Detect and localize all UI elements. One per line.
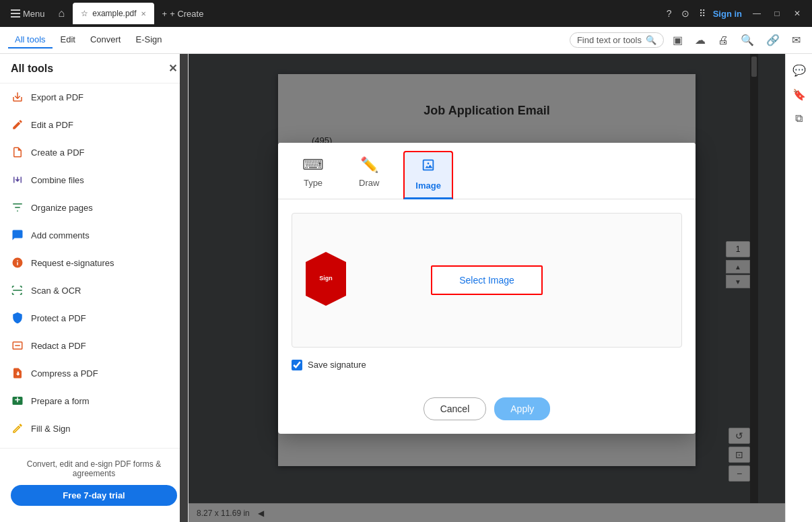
panel-bookmark-icon[interactable]: 🔖 [788, 84, 810, 105]
help-icon[interactable]: ? [665, 6, 674, 21]
sidebar-item-compress-label: Compress a PDF [31, 368, 98, 379]
sidebar-item-organize[interactable]: Organize pages [0, 194, 188, 222]
edit-icon [11, 118, 24, 131]
panel-copy-icon[interactable]: ⧉ [788, 108, 810, 129]
sidebar-item-export-label: Export a PDF [31, 92, 83, 102]
tab-edit[interactable]: Edit [54, 32, 82, 48]
organize-icon [11, 201, 24, 214]
type-tab-icon: ⌨ [302, 156, 324, 174]
sidebar-item-combine[interactable]: Combine files [0, 166, 188, 194]
sidebar-item-protect-label: Protect a PDF [31, 313, 86, 323]
modal-tabs: ⌨ Type ✏️ Draw Image [278, 143, 696, 199]
tab-esign[interactable]: E-Sign [129, 32, 168, 48]
right-panel: 💬 🔖 ⧉ [785, 54, 812, 522]
sidebar-item-export[interactable]: Export a PDF [0, 84, 188, 111]
modal-body: Sign Select Image Save signature [278, 199, 696, 387]
sidebar-item-combine-label: Combine files [31, 175, 84, 185]
signature-modal: ⌨ Type ✏️ Draw Image [278, 143, 696, 434]
create-icon [11, 145, 24, 159]
sidebar-item-prepare[interactable]: Prepare a form [0, 387, 188, 415]
sidebar-item-fill[interactable]: Fill & Sign [0, 415, 188, 443]
apply-button[interactable]: Apply [494, 397, 550, 420]
scan-icon [11, 284, 24, 297]
prepare-icon [11, 394, 24, 407]
search-icon[interactable]: ⊙ [679, 6, 691, 21]
sidebar-item-organize-label: Organize pages [31, 203, 93, 213]
minimize-button[interactable]: — [747, 4, 766, 23]
comment-icon [11, 228, 24, 242]
sidebar-title: All tools [11, 63, 53, 75]
tab-all-tools[interactable]: All tools [8, 32, 53, 48]
print-icon[interactable]: 🖨 [714, 32, 732, 48]
sidebar-item-protect[interactable]: Protect a PDF [0, 304, 188, 332]
top-bar-left: Menu ⌂ ☆ example.pdf ✕ + + Create [5, 3, 662, 24]
fill-icon [11, 422, 24, 435]
maximize-button[interactable]: □ [768, 4, 786, 23]
modal-overlay: ⌨ Type ✏️ Draw Image [189, 54, 785, 522]
modal-tab-image-label: Image [415, 181, 441, 191]
cancel-button[interactable]: Cancel [424, 397, 487, 420]
sidebar-item-request-label: Request e-signatures [31, 258, 114, 268]
sidebar-item-scan[interactable]: Scan & OCR [0, 277, 188, 304]
top-bar: Menu ⌂ ☆ example.pdf ✕ + + Create ? ⊙ ⠿ … [0, 0, 812, 27]
toolbar-right: Find text or tools 🔍 ▣ ☁ 🖨 🔍 🔗 ✉ [570, 32, 804, 48]
export-icon [11, 90, 24, 104]
modal-tab-draw[interactable]: ✏️ Draw [348, 151, 390, 199]
new-tab-button[interactable]: + + Create [156, 6, 211, 22]
find-text: Find text or tools [577, 35, 642, 45]
pdf-tab[interactable]: ☆ example.pdf ✕ [73, 3, 154, 24]
image-tab-icon [421, 158, 436, 176]
sidebar-item-redact-label: Redact a PDF [31, 341, 86, 351]
sidebar-item-edit[interactable]: Edit a PDF [0, 111, 188, 139]
sidebar-item-prepare-label: Prepare a form [31, 396, 90, 406]
close-tab-icon[interactable]: ✕ [141, 10, 146, 18]
top-bar-right: ? ⊙ ⠿ Sign in — □ ✕ [665, 4, 807, 23]
sidebar-item-compress[interactable]: Compress a PDF [0, 360, 188, 387]
tab-convert[interactable]: Convert [83, 32, 128, 48]
apps-icon[interactable]: ⠿ [697, 6, 708, 21]
window-controls: — □ ✕ [747, 4, 807, 23]
sidebar-item-create[interactable]: Create a PDF [0, 139, 188, 166]
sidebar-item-redact[interactable]: Redact a PDF [0, 332, 188, 360]
sidebar-item-fill-label: Fill & Sign [31, 424, 71, 434]
redact-icon [11, 339, 24, 352]
adobe-sign-logo: Sign [306, 252, 346, 308]
combine-icon [11, 173, 24, 187]
menu-label: Menu [23, 9, 45, 19]
view-icon[interactable]: ▣ [669, 32, 686, 48]
close-button[interactable]: ✕ [788, 4, 807, 23]
sidebar-close-button[interactable]: ✕ [168, 62, 177, 75]
sign-in-button[interactable]: Sign in [713, 9, 742, 19]
sidebar-item-edit-label: Edit a PDF [31, 120, 73, 130]
compress-icon [11, 366, 24, 380]
sidebar-header: All tools ✕ [0, 54, 188, 84]
save-signature-row: Save signature [292, 357, 682, 373]
cloud-icon[interactable]: ☁ [691, 32, 709, 48]
sidebar-footer: Convert, edit and e-sign PDF forms &agre… [0, 448, 188, 517]
sidebar-item-request[interactable]: Request e-signatures [0, 249, 188, 277]
sidebar-item-comments-label: Add comments [31, 230, 90, 240]
save-signature-checkbox[interactable] [292, 360, 302, 370]
request-icon [11, 256, 24, 269]
find-bar[interactable]: Find text or tools 🔍 [570, 32, 664, 48]
modal-tab-image[interactable]: Image [403, 151, 453, 199]
sidebar-item-create-label: Create a PDF [31, 148, 84, 158]
modal-tab-type-label: Type [304, 178, 323, 188]
draw-tab-icon: ✏️ [360, 156, 378, 174]
link-icon[interactable]: 🔗 [763, 32, 783, 48]
zoom-in-icon[interactable]: 🔍 [737, 32, 757, 48]
home-button[interactable]: ⌂ [53, 5, 71, 22]
main-layout: All tools ✕ Export a PDF Edit a PDF Crea… [0, 54, 812, 522]
protect-icon [11, 311, 24, 325]
email-icon[interactable]: ✉ [788, 32, 804, 48]
hamburger-icon [11, 9, 20, 18]
modal-actions: Cancel Apply [278, 387, 696, 434]
sidebar-item-comments[interactable]: Add comments [0, 222, 188, 249]
trial-button[interactable]: Free 7-day trial [11, 485, 177, 506]
sidebar-footer-text: Convert, edit and e-sign PDF forms &agre… [11, 459, 177, 478]
modal-tab-type[interactable]: ⌨ Type [292, 151, 335, 199]
panel-comments-icon[interactable]: 💬 [788, 59, 810, 81]
signature-canvas: Sign Select Image [292, 213, 682, 348]
menu-button[interactable]: Menu [5, 6, 50, 22]
select-image-button[interactable]: Select Image [431, 265, 543, 295]
